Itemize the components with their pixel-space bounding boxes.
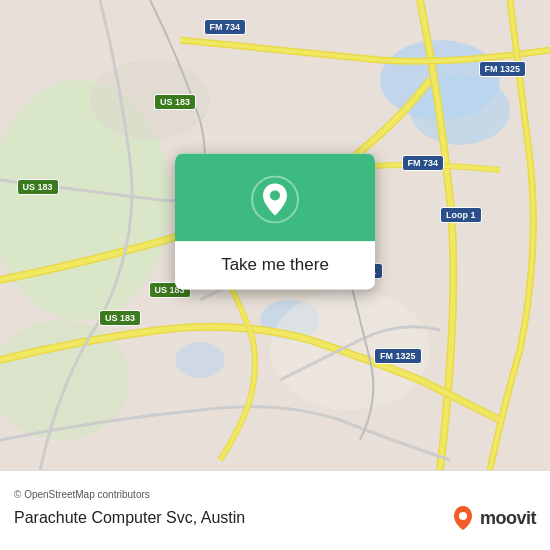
bottom-bar: © OpenStreetMap contributors Parachute C… (0, 470, 550, 550)
road-sign-fm1325-1: FM 1325 (479, 61, 527, 77)
road-sign-us183-1: US 183 (17, 179, 59, 195)
svg-point-6 (175, 342, 225, 378)
moovit-logo: moovit (449, 504, 536, 532)
moovit-pin-icon (449, 504, 477, 532)
popup-card: Take me there (175, 153, 375, 289)
road-sign-loop1-2: Loop 1 (440, 207, 482, 223)
road-sign-us183-4: US 183 (99, 310, 141, 326)
svg-point-11 (459, 512, 467, 520)
road-sign-us183-2: US 183 (154, 94, 196, 110)
svg-point-10 (270, 190, 280, 200)
location-name: Parachute Computer Svc, Austin (14, 509, 245, 527)
road-sign-fm1325-2: FM 1325 (374, 348, 422, 364)
take-me-there-button[interactable]: Take me there (175, 241, 375, 289)
moovit-brand-text: moovit (480, 508, 536, 529)
road-sign-fm734-2: FM 734 (402, 155, 445, 171)
popup-green-section (175, 153, 375, 241)
attribution-text: © OpenStreetMap contributors (14, 489, 536, 500)
location-pin-icon (251, 175, 299, 223)
map-container: US 183 US 183 US 183 US 183 FM 734 FM 73… (0, 0, 550, 470)
bottom-row: Parachute Computer Svc, Austin moovit (14, 504, 536, 532)
road-sign-fm734-1: FM 734 (204, 19, 247, 35)
